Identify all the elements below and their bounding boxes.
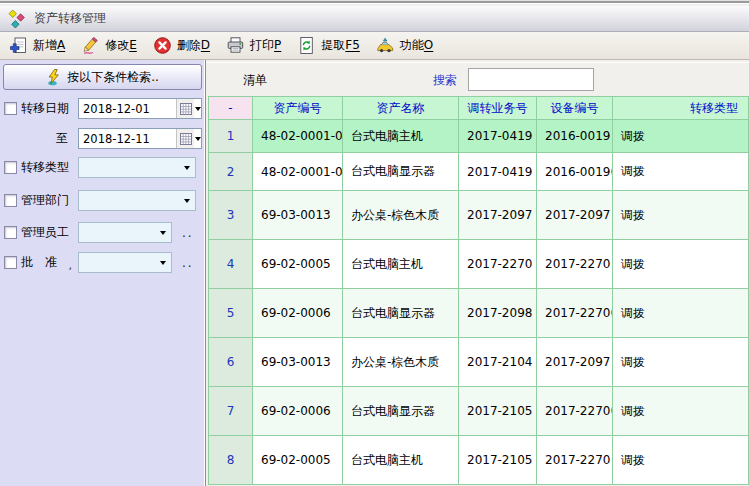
transfer-type-cell[interactable]: 调拨 [613,191,749,240]
manage-dept-checkbox[interactable] [4,194,17,207]
transfer-biz-no-cell[interactable]: 2017-0419 [459,153,537,191]
transfer-type-cell[interactable]: 调拨 [613,387,749,436]
approve-browse-button[interactable]: .. [182,256,194,270]
list-title: 清单 [243,72,267,89]
manage-dept-combo[interactable] [78,190,196,211]
asset-no-cell[interactable]: 48-02-0001-02 [253,153,343,191]
date-to-dropdown-arrow[interactable] [194,129,201,148]
asset-no-cell[interactable]: 69-02-0005 [253,436,343,485]
column-header-3[interactable]: 调转业务号 [459,96,537,120]
approve-checkbox[interactable] [4,256,17,269]
transfer-biz-no-cell[interactable]: 2017-2105 [459,387,537,436]
asset-name-cell[interactable]: 办公桌-棕色木质 [343,338,459,387]
date-from-field[interactable] [78,98,202,119]
date-to-field[interactable] [78,128,202,149]
table-row-8[interactable]: 869-02-0005台式电脑主机2017-21052017-2270调拨 [208,436,749,485]
table-row-2[interactable]: 248-02-0001-02台式电脑显示器2017-04192016-0019(… [208,153,749,191]
device-no-cell[interactable]: 2016-0019(1) [537,153,613,191]
table-row-5[interactable]: 569-02-0006台式电脑显示器2017-20982017-2270(1)调… [208,289,749,338]
asset-no-cell[interactable]: 69-03-0013 [253,191,343,240]
asset-name-cell[interactable]: 台式电脑显示器 [343,153,459,191]
transfer-type-checkbox[interactable] [4,161,17,174]
transfer-type-combo[interactable] [78,157,196,178]
device-no-cell[interactable]: 2017-2097 [537,338,613,387]
column-header-5[interactable]: 转移类型 [613,96,749,120]
search-by-conditions-button[interactable]: 按以下条件检索.. [3,64,202,90]
transfer-type-cell[interactable]: 调拨 [613,338,749,387]
approve-label: 批 准 , [21,254,78,271]
transfer-type-cell[interactable]: 调拨 [613,436,749,485]
table-row-4[interactable]: 469-02-0005台式电脑主机2017-22702017-2270调拨 [208,240,749,289]
device-no-cell[interactable]: 2016-0019 [537,120,613,153]
toolbar-function-button[interactable]: 功能O [373,34,436,57]
device-no-cell[interactable]: 2017-2270(1) [537,387,613,436]
chevron-down-icon [179,199,195,203]
transfer-date-checkbox[interactable] [4,102,17,115]
toolbar-delete-button[interactable]: 删除D [150,34,213,57]
calendar-icon[interactable] [176,129,194,148]
transfer-type-cell[interactable]: 调拨 [613,120,749,153]
search-input[interactable] [468,68,594,91]
device-no-cell[interactable]: 2017-2270 [537,240,613,289]
transfer-biz-no-cell[interactable]: 2017-2097 [459,191,537,240]
approve-combo[interactable] [78,252,172,273]
transfer-biz-no-cell[interactable]: 2017-0419 [459,120,537,153]
table-row-1[interactable]: 148-02-0001-01台式电脑主机2017-04192016-0019调拨 [208,120,749,153]
device-no-cell[interactable]: 2017-2270(1) [537,289,613,338]
toolbar-edit-label: 修改E [105,37,137,54]
row-number-cell[interactable]: 6 [208,338,253,387]
asset-name-cell[interactable]: 台式电脑主机 [343,436,459,485]
employee-browse-button[interactable]: .. [182,226,194,240]
asset-name-cell[interactable]: 台式电脑显示器 [343,387,459,436]
asset-no-cell[interactable]: 69-03-0013 [253,338,343,387]
row-number-cell[interactable]: 2 [208,153,253,191]
table-row-7[interactable]: 769-02-0006台式电脑显示器2017-21052017-2270(1)调… [208,387,749,436]
asset-name-cell[interactable]: 台式电脑主机 [343,120,459,153]
row-number-cell[interactable]: 5 [208,289,253,338]
row-number-cell[interactable]: 3 [208,191,253,240]
manage-employee-combo[interactable] [78,222,172,243]
transfer-type-cell[interactable]: 调拨 [613,153,749,191]
device-no-cell[interactable]: 2017-2270 [537,436,613,485]
manage-employee-label: 管理员工 [21,224,78,241]
toolbar-edit-button[interactable]: 修改E [78,34,140,57]
date-from-dropdown-arrow[interactable] [194,99,201,118]
column-header-2[interactable]: 资产名称 [343,96,459,120]
toolbar-print-button[interactable]: 打印P [223,34,284,57]
device-no-cell[interactable]: 2017-2097 [537,191,613,240]
asset-no-cell[interactable]: 69-02-0006 [253,387,343,436]
toolbar-new-button[interactable]: 新增A [6,34,68,57]
transfer-biz-no-cell[interactable]: 2017-2104 [459,338,537,387]
row-number-cell[interactable]: 8 [208,436,253,485]
asset-name-cell[interactable]: 台式电脑显示器 [343,289,459,338]
asset-no-cell[interactable]: 48-02-0001-01 [253,120,343,153]
table-row-6[interactable]: 669-03-0013办公桌-棕色木质2017-21042017-2097调拨 [208,338,749,387]
toolbar-extract-label: 提取F5 [321,37,360,54]
transfer-biz-no-cell[interactable]: 2017-2105 [459,436,537,485]
row-number-cell[interactable]: 7 [208,387,253,436]
filter-row-dept: 管理部门 [4,190,196,211]
transfer-biz-no-cell[interactable]: 2017-2098 [459,289,537,338]
manage-employee-checkbox[interactable] [4,226,17,239]
table-row-3[interactable]: 369-03-0013办公桌-棕色木质2017-20972017-2097调拨 [208,191,749,240]
transfer-type-cell[interactable]: 调拨 [613,240,749,289]
toolbar-extract-button[interactable]: 提取F5 [294,34,363,57]
date-from-input[interactable] [79,102,176,116]
asset-name-cell[interactable]: 台式电脑主机 [343,240,459,289]
row-number-cell[interactable]: 1 [208,120,253,153]
transfer-type-cell[interactable]: 调拨 [613,289,749,338]
chevron-down-icon [179,166,195,170]
date-to-input[interactable] [79,132,176,146]
transfer-biz-no-cell[interactable]: 2017-2270 [459,240,537,289]
asset-no-cell[interactable]: 69-02-0006 [253,289,343,338]
column-header-0[interactable]: - [208,96,253,120]
calendar-icon[interactable] [176,99,194,118]
asset-no-cell[interactable]: 69-02-0005 [253,240,343,289]
row-number-cell[interactable]: 4 [208,240,253,289]
asset-name-cell[interactable]: 办公桌-棕色木质 [343,191,459,240]
filter-row-employee: 管理员工 .. [4,222,194,243]
column-header-1[interactable]: 资产编号 [253,96,343,120]
window-title: 资产转移管理 [34,10,106,27]
transfer-type-label: 转移类型 [21,159,78,176]
column-header-4[interactable]: 设备编号 [537,96,613,120]
